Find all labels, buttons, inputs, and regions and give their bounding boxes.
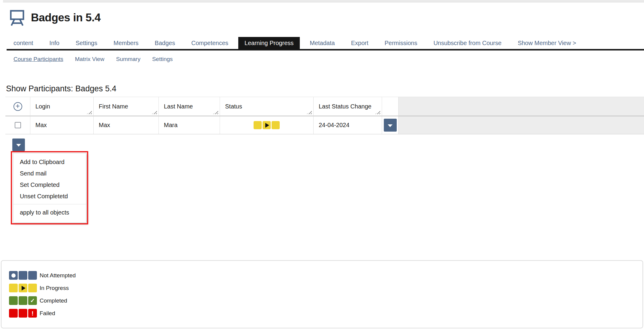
menu-item-add-to-clipboard[interactable]: Add to Clipboard	[13, 156, 86, 168]
tab-metadata[interactable]: Metadata	[310, 37, 335, 49]
tab-permissions[interactable]: Permissions	[384, 37, 417, 49]
cell-login: Max	[30, 116, 94, 134]
column-header-last-status-change[interactable]: Last Status Change	[314, 97, 382, 116]
status-not-attempted-icon	[9, 271, 37, 280]
presentation-board-icon	[10, 10, 25, 26]
status-legend: Not Attempted In Progress ✓ Completed ! …	[1, 260, 643, 328]
play-symbol	[22, 286, 26, 291]
column-header-last-name[interactable]: Last Name	[159, 97, 220, 116]
tab-unsubscribe[interactable]: Unsubscribe from Course	[433, 37, 501, 49]
expand-columns-icon[interactable]: +	[14, 102, 22, 111]
column-resize-handle[interactable]	[375, 110, 380, 114]
table-row: Max Max Mara 24-04-2024	[5, 116, 644, 134]
legend-label: Failed	[40, 310, 55, 317]
table-header-filler	[399, 97, 644, 116]
cell-last-name: Mara	[159, 116, 220, 134]
subtab-course-participants[interactable]: Course Participants	[14, 56, 63, 62]
tab-settings[interactable]: Settings	[76, 37, 97, 49]
row-checkbox[interactable]	[15, 122, 21, 128]
page-title: Badges in 5.4	[31, 11, 101, 24]
column-header-first-name[interactable]: First Name	[94, 97, 159, 116]
tab-export[interactable]: Export	[351, 37, 369, 49]
cell-first-name: Max	[94, 116, 159, 134]
cell-status	[220, 116, 314, 134]
tab-learning-progress[interactable]: Learning Progress	[238, 37, 300, 49]
column-header-status[interactable]: Status	[220, 97, 314, 116]
tab-badges[interactable]: Badges	[155, 37, 175, 49]
table-row-filler	[399, 116, 644, 134]
row-actions-dropdown-button[interactable]	[384, 119, 397, 132]
play-symbol	[265, 123, 269, 128]
subtab-settings[interactable]: Settings	[152, 56, 173, 62]
status-completed-icon: ✓	[9, 296, 37, 305]
column-header-actions	[382, 97, 399, 116]
legend-label: In Progress	[40, 285, 69, 291]
circle-symbol	[11, 273, 16, 278]
column-header-login[interactable]: Login	[30, 97, 94, 116]
chevron-down-icon	[388, 124, 393, 127]
menu-item-unset-completed[interactable]: Unset Completetd	[13, 190, 86, 202]
chevron-down-icon	[16, 144, 21, 147]
legend-item-completed: ✓ Completed	[9, 296, 642, 305]
status-in-progress-icon	[254, 121, 280, 129]
tab-members[interactable]: Members	[113, 37, 138, 49]
exclamation-symbol: !	[32, 310, 34, 316]
legend-label: Completed	[40, 297, 67, 304]
menu-item-apply-to-all-objects[interactable]: apply to all objects	[13, 206, 86, 219]
column-resize-handle[interactable]	[307, 110, 312, 114]
row-select-cell	[5, 116, 30, 134]
main-tabbar: content Info Settings Members Badges Com…	[7, 37, 644, 50]
cell-actions	[382, 116, 399, 134]
check-symbol: ✓	[30, 297, 35, 304]
actions-dropdown-menu: Add to Clipboard Send mail Set Completed…	[13, 153, 86, 223]
legend-item-not-attempted: Not Attempted	[9, 271, 642, 280]
legend-item-failed: ! Failed	[9, 309, 642, 318]
tab-content[interactable]: content	[14, 37, 33, 49]
tab-info[interactable]: Info	[50, 37, 59, 49]
subtab-summary[interactable]: Summary	[116, 56, 140, 62]
menu-separator	[13, 204, 86, 204]
legend-item-in-progress: In Progress	[9, 284, 642, 292]
column-resize-handle[interactable]	[87, 110, 92, 114]
legend-label: Not Attempted	[40, 272, 76, 279]
column-resize-handle[interactable]	[152, 110, 157, 114]
multi-actions-dropdown-button[interactable]	[12, 139, 25, 151]
page-top-divider	[3, 0, 644, 2]
cell-last-status-change: 24-04-2024	[314, 116, 382, 134]
object-header: Badges in 5.4	[10, 10, 101, 26]
tab-show-member-view[interactable]: Show Member View >	[518, 37, 576, 49]
status-in-progress-icon	[9, 284, 37, 292]
menu-item-set-completed[interactable]: Set Completed	[13, 179, 86, 190]
table-header-row: + Login First Name Last Name Status Last…	[5, 97, 644, 116]
column-resize-handle[interactable]	[213, 110, 218, 114]
column-select-header[interactable]: +	[5, 97, 30, 116]
tab-competences[interactable]: Competences	[191, 37, 228, 49]
menu-item-send-mail[interactable]: Send mail	[13, 168, 86, 179]
subtabbar: Course Participants Matrix View Summary …	[14, 56, 173, 62]
status-failed-icon: !	[9, 309, 37, 318]
participants-heading: Show Participants: Badges 5.4	[6, 84, 116, 93]
participants-table: + Login First Name Last Name Status Last…	[5, 97, 644, 134]
subtab-matrix-view[interactable]: Matrix View	[75, 56, 104, 62]
